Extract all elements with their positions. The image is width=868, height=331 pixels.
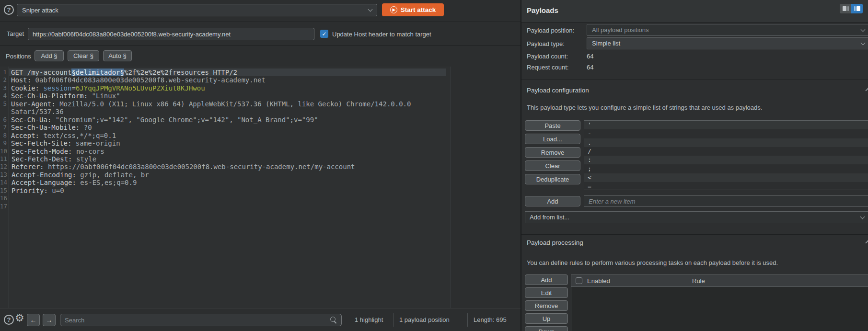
request-line-text: Sec-Fetch-Dest: style <box>9 155 446 163</box>
request-line[interactable]: 14Accept-Language: es-ES,es;q=0.9 <box>0 179 446 186</box>
check-icon: ✓ <box>322 31 326 37</box>
update-host-checkbox[interactable]: ✓ <box>320 30 328 38</box>
processing-table-header: Enabled Rule <box>571 275 868 287</box>
request-line-text: Host: 0abf006f04dc083a800e03de005200f8.w… <box>9 76 446 84</box>
request-line-text: Cookie: session=6JYqqJPMgVRANo5LUvuPZXiu… <box>9 84 446 92</box>
payload-list-item[interactable]: ' <box>584 121 868 129</box>
next-match-button[interactable]: → <box>43 314 56 326</box>
enabled-checkbox[interactable] <box>576 277 582 284</box>
divider <box>521 234 868 235</box>
request-line[interactable]: 9Sec-Fetch-Site: same-origin <box>0 139 446 147</box>
editor-status-bar: ? ⚙ ← → 1 highlight 1 payload position L… <box>0 308 521 331</box>
payload-position-count: 1 payload position <box>399 316 450 323</box>
payload-list-item[interactable]: . <box>584 138 868 147</box>
line-number: 13 <box>0 171 9 179</box>
load-button[interactable]: Load... <box>525 134 580 144</box>
help-icon[interactable]: ? <box>4 5 14 15</box>
layout-right-toggle-icon[interactable] <box>851 4 863 13</box>
line-number: 11 <box>0 155 9 163</box>
request-line[interactable]: 3Cookie: session=6JYqqJPMgVRANo5LUvuPZXi… <box>0 84 446 92</box>
help-icon[interactable]: ? <box>4 315 14 325</box>
processing-up-button[interactable]: Up <box>525 313 568 324</box>
add-button[interactable]: Add <box>525 196 580 206</box>
payload-list-item[interactable]: < <box>584 173 868 182</box>
request-line[interactable]: 6Sec-Ch-Ua: "Chromium";v="142", "Google … <box>0 116 446 124</box>
separator <box>467 313 468 327</box>
target-label: Target <box>7 30 24 37</box>
payload-list-item[interactable]: ; <box>584 164 868 173</box>
add-from-list-select[interactable]: Add from list... <box>525 211 868 223</box>
remove-button[interactable]: Remove <box>525 147 580 158</box>
payload-list-item[interactable]: / <box>584 147 868 156</box>
request-line-text <box>9 194 446 202</box>
attack-config-panel: ? Sniper attack ▶ Start attack Target ✓ … <box>0 0 521 331</box>
clear-marker-button[interactable]: Clear § <box>68 50 99 61</box>
payload-list[interactable]: '-./:;<= <box>584 120 868 190</box>
request-line[interactable]: 7Sec-Ch-Ua-Mobile: ?0 <box>0 124 446 131</box>
separator <box>393 313 393 327</box>
line-number: 3 <box>0 84 9 92</box>
payload-list-item[interactable]: : <box>584 156 868 164</box>
start-attack-button[interactable]: ▶ Start attack <box>382 3 444 16</box>
paste-button[interactable]: Paste <box>525 120 580 131</box>
payload-processing-description: You can define rules to perform various … <box>527 259 778 266</box>
payload-type-select[interactable]: Simple list <box>587 37 868 49</box>
request-line[interactable]: 11Sec-Fetch-Dest: style <box>0 155 446 163</box>
rule-column-header: Rule <box>692 277 705 285</box>
line-number: 6 <box>0 116 9 124</box>
request-line-text: Referer: https://0abf006f04dc083a800e03d… <box>9 163 446 171</box>
processing-remove-button[interactable]: Remove <box>525 300 568 311</box>
column-separator <box>688 275 688 286</box>
line-number: 16 <box>0 194 9 202</box>
request-line-text: User-Agent: Mozilla/5.0 (X11; Linux x86_… <box>9 100 446 116</box>
payload-configuration-title: Payload configuration <box>527 87 589 94</box>
request-line[interactable]: 15Priority: u=0 <box>0 187 446 194</box>
processing-add-button[interactable]: Add <box>525 274 568 285</box>
request-line[interactable]: 10Sec-Fetch-Mode: no-cors <box>0 148 446 155</box>
collapse-section-icon[interactable] <box>865 88 868 93</box>
request-line[interactable]: 1GET /my-account§delimitador§%2f%2e%2e%2… <box>0 68 446 76</box>
line-number: 7 <box>0 124 9 131</box>
chevron-down-icon <box>861 27 866 32</box>
request-line[interactable]: 16 <box>0 194 446 202</box>
deduplicate-button[interactable]: Deduplicate <box>525 174 580 184</box>
clear-button[interactable]: Clear <box>525 160 580 171</box>
update-host-label: Update Host header to match target <box>332 31 431 38</box>
layout-left-toggle-icon[interactable] <box>840 4 851 13</box>
processing-edit-button[interactable]: Edit <box>525 287 568 298</box>
payload-count-label: Payload count: <box>527 53 568 60</box>
payload-position-marker[interactable]: §delimitador§ <box>71 68 124 76</box>
request-line-text: Priority: u=0 <box>9 187 446 194</box>
request-line[interactable]: 13Accept-Encoding: gzip, deflate, br <box>0 171 446 179</box>
collapse-section-icon[interactable] <box>865 240 868 245</box>
processing-down-button[interactable]: Down <box>525 326 568 331</box>
layout-toggle-group <box>840 4 863 13</box>
target-url-input[interactable] <box>28 28 314 40</box>
request-line[interactable]: 12Referer: https://0abf006f04dc083a800e0… <box>0 163 446 171</box>
auto-marker-button[interactable]: Auto § <box>103 50 132 61</box>
new-item-input[interactable] <box>584 195 868 207</box>
line-number: 2 <box>0 76 9 84</box>
request-line[interactable]: 2Host: 0abf006f04dc083a800e03de005200f8.… <box>0 76 446 84</box>
add-from-list-value: Add from list... <box>530 214 569 221</box>
request-line[interactable]: 8Accept: text/css,*/*;q=0.1 <box>0 132 446 139</box>
payload-list-item[interactable]: - <box>584 129 868 138</box>
payload-list-item[interactable]: = <box>584 182 868 190</box>
search-icon[interactable] <box>330 317 337 324</box>
previous-match-button[interactable]: ← <box>27 314 40 326</box>
payload-type-label: Payload type: <box>527 40 565 47</box>
attack-type-select[interactable]: Sniper attack <box>17 4 377 16</box>
payload-position-select[interactable]: All payload positions <box>587 24 868 36</box>
payloads-title: Payloads <box>527 6 558 14</box>
positions-label: Positions <box>6 53 31 60</box>
request-editor[interactable]: 1GET /my-account§delimitador§%2f%2e%2e%2… <box>0 67 451 308</box>
processing-rules-table: Enabled Rule <box>571 274 868 331</box>
request-line[interactable]: 4Sec-Ch-Ua-Platform: "Linux" <box>0 92 446 100</box>
line-number: 1 <box>0 68 9 76</box>
request-line[interactable]: 17 <box>0 203 446 210</box>
request-line[interactable]: 5User-Agent: Mozilla/5.0 (X11; Linux x86… <box>0 100 446 116</box>
request-line-text: Accept-Language: es-ES,es;q=0.9 <box>9 179 446 186</box>
search-input[interactable] <box>60 314 341 326</box>
gear-icon[interactable]: ⚙ <box>15 313 24 323</box>
add-marker-button[interactable]: Add § <box>35 50 64 61</box>
